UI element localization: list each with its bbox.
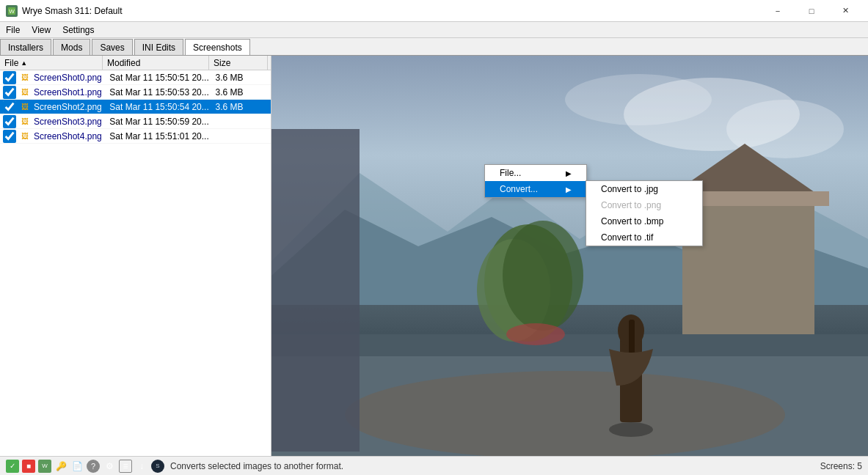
file-icon-1: 🖼 — [19, 86, 31, 98]
status-text: Converts selected images to another form… — [170, 461, 343, 471]
column-header-file[interactable]: File ▲ — [0, 56, 103, 70]
file-modified-1: Sat Mar 11 15:50:53 20... — [106, 87, 212, 97]
menu-item-convert-bmp[interactable]: Convert to .bmp — [586, 213, 702, 229]
file-modified-2: Sat Mar 11 15:50:54 20... — [106, 102, 212, 112]
statusbar: ✓ ■ W 🔑 📄 ? ⚙ ≡ ↓ S Converts selected im… — [0, 456, 868, 475]
list-icon[interactable]: ≡ — [119, 460, 132, 473]
primary-context-menu: File... ▶ Convert... ▶ — [484, 164, 587, 198]
column-header-size[interactable]: Size — [209, 56, 268, 70]
gear-icon[interactable]: ⚙ — [103, 460, 116, 473]
svg-point-17 — [503, 221, 583, 331]
menubar: File View Settings — [0, 22, 868, 38]
file-modified-3: Sat Mar 11 15:50:59 20... — [106, 117, 212, 127]
file-icon-0: 🖼 — [19, 72, 31, 84]
file-size-2: 3.6 MB — [212, 102, 271, 112]
menu-item-convert-jpg[interactable]: Convert to .jpg — [586, 181, 702, 197]
file-modified-0: Sat Mar 11 15:50:51 20... — [106, 73, 212, 83]
dl-icon[interactable]: ↓ — [135, 460, 148, 473]
table-row[interactable]: 🖼 ScreenShot3.png Sat Mar 11 15:50:59 20… — [0, 114, 271, 129]
convert-arrow-icon: ▶ — [566, 185, 572, 194]
tab-ini-edits[interactable]: INI Edits — [134, 39, 183, 55]
svg-text:W: W — [9, 8, 15, 15]
convert-png-label: Convert to .png — [601, 200, 661, 210]
file-checkbox-0[interactable] — [3, 71, 16, 84]
tab-screenshots[interactable]: Screenshots — [185, 39, 250, 55]
menu-settings[interactable]: Settings — [56, 22, 100, 37]
table-row[interactable]: 🖼 ScreenShot2.png Sat Mar 11 15:50:54 20… — [0, 100, 271, 114]
menu-item-file-label: File... — [500, 168, 521, 178]
file-size-0: 3.6 MB — [212, 73, 271, 83]
sort-arrow: ▲ — [21, 59, 27, 67]
tabbar: Installers Mods Saves INI Edits Screensh… — [0, 38, 868, 56]
menu-item-convert-label: Convert... — [500, 184, 538, 194]
app-icon-svg: W — [7, 7, 16, 15]
close-button[interactable]: ✕ — [828, 0, 862, 22]
menu-file[interactable]: File — [0, 22, 26, 37]
tab-mods[interactable]: Mods — [53, 39, 90, 55]
svg-point-18 — [506, 323, 565, 345]
table-row[interactable]: 🖼 ScreenShot4.png Sat Mar 11 15:51:01 20… — [0, 129, 271, 144]
file-icon-2: 🖼 — [19, 101, 31, 113]
key-icon[interactable]: 🔑 — [54, 460, 68, 473]
svg-point-5 — [565, 74, 712, 125]
preview-svg — [271, 56, 868, 456]
app-icon: W — [6, 5, 18, 17]
convert-bmp-label: Convert to .bmp — [601, 216, 663, 227]
main-content: File ▲ Modified Size 🖼 ScreenShot0.png S… — [0, 56, 868, 456]
menu-item-convert-tif[interactable]: Convert to .tif — [586, 229, 702, 246]
file-checkbox-4[interactable] — [3, 130, 16, 143]
file-checkbox-3[interactable] — [3, 115, 16, 128]
file-name-4: ScreenShot4.png — [34, 131, 106, 141]
convert-tif-label: Convert to .tif — [601, 232, 653, 243]
preview-area: File... ▶ Convert... ▶ Convert to .jpg C… — [271, 56, 868, 456]
file-panel: File ▲ Modified Size 🖼 ScreenShot0.png S… — [0, 56, 271, 456]
file-list: 🖼 ScreenShot0.png Sat Mar 11 15:50:51 20… — [0, 70, 271, 456]
steam-icon[interactable]: S — [151, 460, 164, 473]
titlebar-left: W Wrye Smash 311: Default — [6, 5, 123, 17]
menu-view[interactable]: View — [26, 22, 56, 37]
file-checkbox-1[interactable] — [3, 86, 16, 99]
wrye-smash-icon[interactable]: W — [38, 460, 51, 473]
window-controls: − □ ✕ — [761, 0, 862, 22]
check-icon[interactable]: ✓ — [6, 460, 19, 473]
convert-jpg-label: Convert to .jpg — [601, 184, 658, 194]
table-row[interactable]: 🖼 ScreenShot0.png Sat Mar 11 15:50:51 20… — [0, 70, 271, 85]
doc-icon[interactable]: 📄 — [70, 460, 84, 473]
file-name-1: ScreenShot1.png — [34, 87, 106, 97]
tab-saves[interactable]: Saves — [92, 39, 132, 55]
preview-image — [271, 56, 868, 456]
tab-installers[interactable]: Installers — [0, 39, 51, 55]
file-size-1: 3.6 MB — [212, 87, 271, 97]
file-icon-4: 🖼 — [19, 130, 31, 142]
svg-point-13 — [345, 371, 785, 456]
file-arrow-icon: ▶ — [566, 169, 572, 177]
screens-count: Screens: 5 — [820, 461, 862, 471]
svg-rect-12 — [271, 334, 868, 356]
file-name-0: ScreenShot0.png — [34, 73, 106, 83]
maximize-button[interactable]: □ — [795, 0, 828, 22]
convert-context-menu: Convert to .jpg Convert to .png Convert … — [586, 180, 703, 246]
menu-item-file[interactable]: File... ▶ — [485, 165, 586, 181]
file-name-2: ScreenShot2.png — [34, 102, 106, 112]
svg-point-19 — [609, 422, 653, 437]
titlebar: W Wrye Smash 311: Default − □ ✕ — [0, 0, 868, 22]
file-list-header: File ▲ Modified Size — [0, 56, 271, 70]
file-name-3: ScreenShot3.png — [34, 117, 106, 127]
help-icon[interactable]: ? — [87, 460, 100, 473]
table-row[interactable]: 🖼 ScreenShot1.png Sat Mar 11 15:50:53 20… — [0, 85, 271, 100]
red-icon[interactable]: ■ — [22, 460, 35, 473]
statusbar-icons: ✓ ■ W 🔑 📄 ? ⚙ ≡ ↓ S — [6, 460, 164, 473]
column-header-modified[interactable]: Modified — [103, 56, 209, 70]
file-modified-4: Sat Mar 11 15:51:01 20... — [106, 131, 212, 141]
menu-item-convert[interactable]: Convert... ▶ — [485, 181, 586, 197]
menu-item-convert-png: Convert to .png — [586, 197, 702, 213]
file-icon-3: 🖼 — [19, 116, 31, 128]
svg-rect-14 — [271, 129, 360, 452]
minimize-button[interactable]: − — [761, 0, 795, 22]
file-checkbox-2[interactable] — [3, 100, 16, 114]
window-title: Wrye Smash 311: Default — [22, 6, 123, 16]
statusbar-left: ✓ ■ W 🔑 📄 ? ⚙ ≡ ↓ S Converts selected im… — [6, 460, 343, 473]
